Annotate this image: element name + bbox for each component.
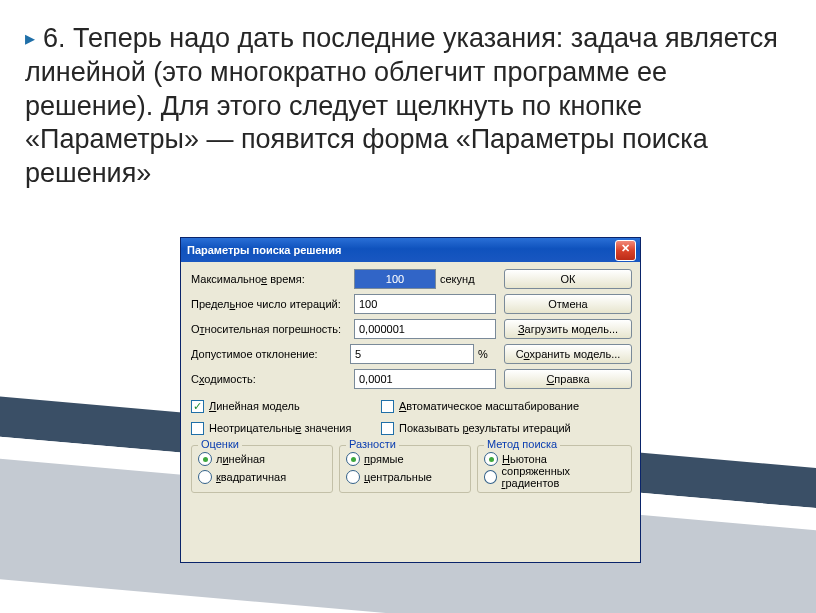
estimates-linear-radio[interactable] <box>198 452 212 466</box>
search-newton-radio[interactable] <box>484 452 498 466</box>
derivatives-central-radio[interactable] <box>346 470 360 484</box>
tolerance-label: Относительная погрешность: <box>191 323 354 335</box>
search-conj-label: сопряженных градиентов <box>501 465 625 489</box>
titlebar[interactable]: Параметры поиска решения ✕ <box>181 238 640 262</box>
showiter-checkbox[interactable] <box>381 422 394 435</box>
max-time-input[interactable] <box>354 269 436 289</box>
ok-button[interactable]: ОК <box>504 269 632 289</box>
convergence-label: Сходимость: <box>191 373 354 385</box>
search-newton-label: Ньютона <box>502 453 547 465</box>
deviation-label: Допустимое отклонение: <box>191 348 350 360</box>
derivatives-central-label: центральные <box>364 471 432 483</box>
iterations-label: Предельное число итераций: <box>191 298 354 310</box>
close-button[interactable]: ✕ <box>615 240 636 261</box>
autoscale-label: Автоматическое масштабирование <box>399 400 579 412</box>
dialog-body: Максимальное время: секунд ОК Предельное… <box>181 262 640 499</box>
load-model-button[interactable]: Загрузить модель... <box>504 319 632 339</box>
bullet-icon: ▸ <box>25 26 35 51</box>
close-icon: ✕ <box>621 242 630 254</box>
deviation-input[interactable] <box>350 344 474 364</box>
solver-options-dialog: Параметры поиска решения ✕ Максимальное … <box>180 237 641 563</box>
convergence-input[interactable] <box>354 369 496 389</box>
search-conj-radio[interactable] <box>484 470 497 484</box>
nonneg-checkbox[interactable] <box>191 422 204 435</box>
derivatives-group: Разности прямые центральные <box>339 445 471 493</box>
search-group: Метод поиска Ньютона сопряженных градиен… <box>477 445 632 493</box>
derivatives-forward-label: прямые <box>364 453 404 465</box>
deviation-unit: % <box>474 348 496 360</box>
estimates-quadratic-radio[interactable] <box>198 470 212 484</box>
derivatives-forward-radio[interactable] <box>346 452 360 466</box>
search-legend: Метод поиска <box>484 438 560 450</box>
showiter-label: Показывать результаты итераций <box>399 422 571 434</box>
save-model-button[interactable]: Сохранить модель... <box>504 344 632 364</box>
help-button[interactable]: Справка <box>504 369 632 389</box>
derivatives-legend: Разности <box>346 438 399 450</box>
slide-bullet: ▸6. Теперь надо дать последние указания:… <box>25 22 785 191</box>
estimates-legend: Оценки <box>198 438 242 450</box>
cancel-button[interactable]: Отмена <box>504 294 632 314</box>
estimates-quadratic-label: квадратичная <box>216 471 286 483</box>
tolerance-input[interactable] <box>354 319 496 339</box>
linear-model-checkbox[interactable]: ✓ <box>191 400 204 413</box>
bullet-text: 6. Теперь надо дать последние указания: … <box>25 23 778 188</box>
max-time-unit: секунд <box>436 273 496 285</box>
dialog-title: Параметры поиска решения <box>187 244 615 256</box>
autoscale-checkbox[interactable] <box>381 400 394 413</box>
linear-model-label: Линейная модель <box>209 400 300 412</box>
estimates-group: Оценки линейная квадратичная <box>191 445 333 493</box>
iterations-input[interactable] <box>354 294 496 314</box>
estimates-linear-label: линейная <box>216 453 265 465</box>
max-time-label: Максимальное время: <box>191 273 354 285</box>
nonneg-label: Неотрицательные значения <box>209 422 351 434</box>
